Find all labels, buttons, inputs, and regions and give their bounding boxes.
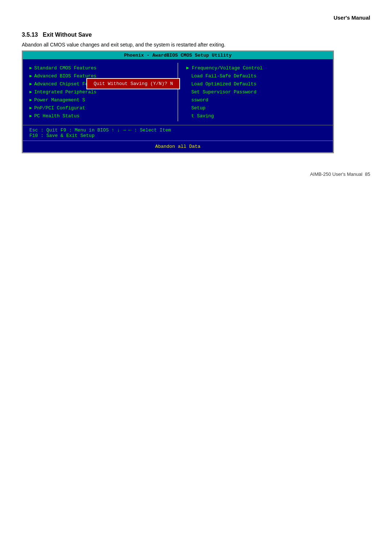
bios-status-bar: Abandon all Data <box>23 141 333 152</box>
status-text: Abandon all Data <box>155 144 201 149</box>
menu-item-label: Integrated Peripherals <box>34 89 97 95</box>
arrow-icon: ► <box>29 66 32 71</box>
arrow-icon: ► <box>29 98 32 103</box>
bios-quit-popup[interactable]: Quit Without Saving (Y/N)? N <box>86 78 180 89</box>
section-title: Exit Without Save <box>43 32 92 38</box>
product-name: AIMB-250 User's Manual <box>310 171 362 177</box>
bios-left-column: ► Standard CMOS Features ► Advanced BIOS… <box>23 63 177 121</box>
header-title: User's Manual <box>334 15 370 21</box>
page-footer: AIMB-250 User's Manual 85 <box>22 171 370 177</box>
bios-body: ► Standard CMOS Features ► Advanced BIOS… <box>23 59 333 125</box>
menu-item-label: Power Management S <box>34 97 85 103</box>
page-num: 85 <box>365 171 370 177</box>
popup-text: Quit Without Saving (Y/N)? N <box>94 81 173 86</box>
menu-item-label: Standard CMOS Features <box>34 65 97 71</box>
section-heading: 3.5.13 Exit Without Save <box>22 32 370 38</box>
arrow-icon: ► <box>29 114 32 119</box>
footer-line1: Esc : Quit F9 : Menu in BIOS ↑ ↓ → ← : S… <box>29 127 326 133</box>
list-item[interactable]: ► Power Management S <box>29 97 171 103</box>
bios-screen: Phoenix - AwardBIOS CMOS Setup Utility ►… <box>22 50 334 153</box>
list-item[interactable]: ► Standard CMOS Features <box>29 65 171 71</box>
page-header: User's Manual <box>22 15 370 21</box>
menu-item-label: PnP/PCI Configurat <box>34 105 85 111</box>
section-description: Abandon all CMOS value changes and exit … <box>22 42 370 48</box>
section-number: 3.5.13 <box>22 32 38 38</box>
list-item[interactable]: Setup <box>185 105 326 111</box>
list-item[interactable]: ► PC Health Status <box>29 113 171 119</box>
bios-right-column: ► Frequency/Voltage Control Load Fail-Sa… <box>178 63 333 121</box>
list-item[interactable]: Load Optimized Defaults <box>185 81 326 87</box>
bios-footer: Esc : Quit F9 : Menu in BIOS ↑ ↓ → ← : S… <box>23 125 333 141</box>
list-item[interactable]: ► Integrated Peripherals <box>29 89 171 95</box>
arrow-icon: ► <box>29 74 32 79</box>
arrow-icon: ► <box>29 90 32 95</box>
arrow-icon: ► <box>29 82 32 87</box>
list-item[interactable]: t Saving <box>185 113 326 119</box>
arrow-icon: ► <box>29 106 32 111</box>
list-item[interactable]: ► PnP/PCI Configurat <box>29 105 171 111</box>
bios-title-text: Phoenix - AwardBIOS CMOS Setup Utility <box>124 53 232 58</box>
page-number: AIMB-250 User's Manual 85 <box>310 171 370 177</box>
footer-line2: F10 : Save & Exit Setup <box>29 133 326 138</box>
list-item[interactable]: Load Fail-Safe Defaults <box>185 73 326 79</box>
bios-title-bar: Phoenix - AwardBIOS CMOS Setup Utility <box>23 52 333 59</box>
list-item[interactable]: ssword <box>185 97 326 103</box>
menu-item-label: PC Health Status <box>34 113 79 119</box>
arrow-icon: ► <box>186 65 192 71</box>
list-item[interactable]: ► Frequency/Voltage Control <box>185 65 326 71</box>
list-item[interactable]: Set Supervisor Password <box>185 89 326 95</box>
